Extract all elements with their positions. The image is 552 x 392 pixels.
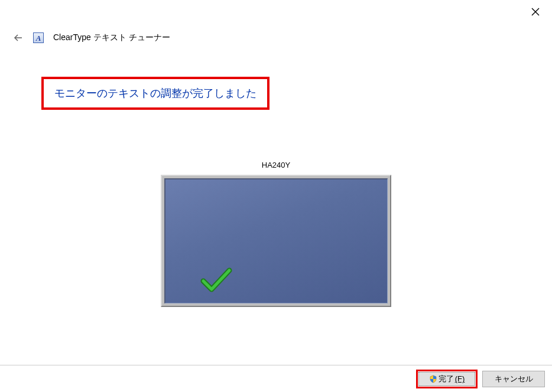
finish-button[interactable]: 完了(F) xyxy=(418,372,475,386)
wizard-header: A ClearType テキスト チューナー xyxy=(13,32,170,43)
finish-button-highlight: 完了(F) xyxy=(416,370,478,388)
uac-shield-icon xyxy=(429,375,437,383)
finish-button-label: 完了 xyxy=(439,374,454,384)
completion-heading: モニターのテキストの調整が完了しました xyxy=(54,86,256,100)
close-button[interactable] xyxy=(530,6,541,18)
monitor-screen xyxy=(164,178,388,303)
cancel-button[interactable]: キャンセル xyxy=(482,371,545,387)
app-icon: A xyxy=(33,32,44,43)
monitor-name-label: HA240Y xyxy=(262,161,290,169)
heading-highlight-box: モニターのテキストの調整が完了しました xyxy=(41,77,269,110)
checkmark-icon xyxy=(200,266,233,296)
close-icon xyxy=(531,7,540,17)
finish-button-accelerator: (F) xyxy=(455,374,465,383)
app-title: ClearType テキスト チューナー xyxy=(53,32,170,43)
monitor-thumbnail xyxy=(161,175,391,307)
back-arrow-icon xyxy=(13,32,24,43)
cancel-button-label: キャンセル xyxy=(495,374,533,384)
back-button[interactable] xyxy=(13,32,24,43)
wizard-footer: 完了(F) キャンセル xyxy=(0,365,552,392)
